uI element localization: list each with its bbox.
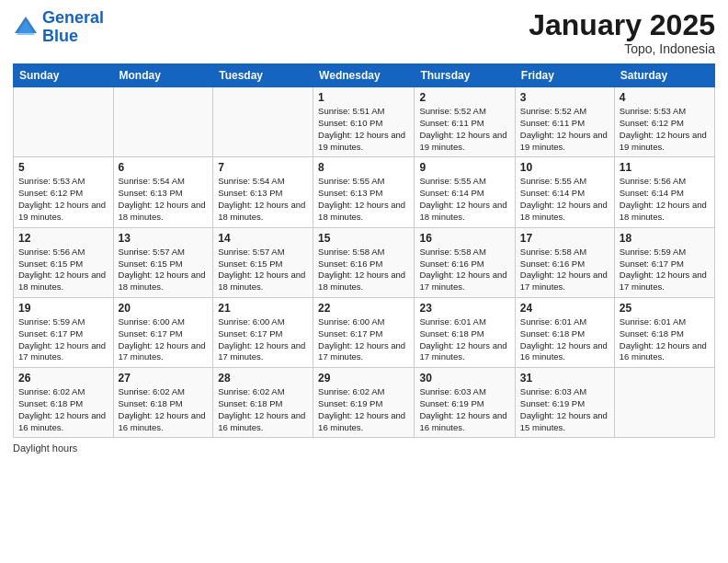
logo-text: General Blue <box>42 9 104 46</box>
calendar-header-row: SundayMondayTuesdayWednesdayThursdayFrid… <box>14 64 715 87</box>
day-detail: Sunrise: 5:58 AM Sunset: 6:16 PM Dayligh… <box>520 247 609 293</box>
day-detail: Sunrise: 6:03 AM Sunset: 6:19 PM Dayligh… <box>419 386 509 433</box>
day-number: 26 <box>18 372 108 385</box>
day-number: 28 <box>218 372 308 385</box>
calendar-cell: 19Sunrise: 5:59 AM Sunset: 6:17 PM Dayli… <box>14 297 114 367</box>
calendar-cell: 28Sunrise: 6:02 AM Sunset: 6:18 PM Dayli… <box>213 368 313 438</box>
calendar-cell: 23Sunrise: 6:01 AM Sunset: 6:18 PM Dayli… <box>415 297 515 367</box>
day-number: 14 <box>218 232 308 245</box>
day-number: 21 <box>218 302 308 315</box>
day-detail: Sunrise: 6:02 AM Sunset: 6:18 PM Dayligh… <box>218 386 308 433</box>
calendar-cell: 14Sunrise: 5:57 AM Sunset: 6:15 PM Dayli… <box>213 227 313 297</box>
day-number: 20 <box>119 302 209 315</box>
logo-line2: Blue <box>42 27 78 45</box>
calendar-cell: 13Sunrise: 5:57 AM Sunset: 6:15 PM Dayli… <box>113 227 213 297</box>
day-number: 10 <box>520 161 609 174</box>
calendar-cell: 2Sunrise: 5:52 AM Sunset: 6:11 PM Daylig… <box>415 87 515 157</box>
calendar-cell: 31Sunrise: 6:03 AM Sunset: 6:19 PM Dayli… <box>515 368 614 438</box>
day-number: 18 <box>620 232 710 245</box>
day-number: 24 <box>520 302 609 315</box>
calendar-cell <box>614 368 714 438</box>
day-number: 16 <box>419 232 509 245</box>
day-number: 15 <box>318 232 409 245</box>
day-detail: Sunrise: 5:57 AM Sunset: 6:15 PM Dayligh… <box>218 247 308 293</box>
day-detail: Sunrise: 5:55 AM Sunset: 6:14 PM Dayligh… <box>520 176 609 223</box>
calendar-day-header: Tuesday <box>213 64 313 87</box>
calendar-cell: 4Sunrise: 5:53 AM Sunset: 6:12 PM Daylig… <box>614 87 714 157</box>
day-detail: Sunrise: 6:02 AM Sunset: 6:18 PM Dayligh… <box>18 386 108 433</box>
header: General Blue January 2025 Topo, Indonesi… <box>13 9 715 56</box>
day-detail: Sunrise: 5:58 AM Sunset: 6:16 PM Dayligh… <box>318 247 409 293</box>
day-detail: Sunrise: 5:55 AM Sunset: 6:14 PM Dayligh… <box>419 176 509 223</box>
day-detail: Sunrise: 6:00 AM Sunset: 6:17 PM Dayligh… <box>119 316 209 363</box>
calendar-cell <box>113 87 213 157</box>
calendar-cell: 7Sunrise: 5:54 AM Sunset: 6:13 PM Daylig… <box>213 157 313 227</box>
day-detail: Sunrise: 5:57 AM Sunset: 6:15 PM Dayligh… <box>119 247 209 293</box>
day-number: 17 <box>520 232 609 245</box>
day-detail: Sunrise: 5:53 AM Sunset: 6:12 PM Dayligh… <box>18 176 108 223</box>
main-title: January 2025 <box>529 9 715 41</box>
day-detail: Sunrise: 6:01 AM Sunset: 6:18 PM Dayligh… <box>520 316 609 363</box>
subtitle: Topo, Indonesia <box>529 41 715 56</box>
day-detail: Sunrise: 5:59 AM Sunset: 6:17 PM Dayligh… <box>620 247 710 293</box>
day-detail: Sunrise: 5:51 AM Sunset: 6:10 PM Dayligh… <box>318 106 409 153</box>
calendar-cell: 6Sunrise: 5:54 AM Sunset: 6:13 PM Daylig… <box>113 157 213 227</box>
calendar-cell <box>14 87 114 157</box>
day-number: 27 <box>119 372 209 385</box>
day-number: 3 <box>520 91 609 104</box>
calendar-cell: 18Sunrise: 5:59 AM Sunset: 6:17 PM Dayli… <box>614 227 714 297</box>
calendar-day-header: Thursday <box>415 64 515 87</box>
day-detail: Sunrise: 6:01 AM Sunset: 6:18 PM Dayligh… <box>419 316 509 363</box>
calendar-week-row: 12Sunrise: 5:56 AM Sunset: 6:15 PM Dayli… <box>14 227 715 297</box>
day-number: 7 <box>218 161 308 174</box>
logo-line1: General <box>42 8 104 27</box>
footer-label: Daylight hours <box>13 442 77 454</box>
calendar-cell: 5Sunrise: 5:53 AM Sunset: 6:12 PM Daylig… <box>14 157 114 227</box>
calendar-cell: 24Sunrise: 6:01 AM Sunset: 6:18 PM Dayli… <box>515 297 614 367</box>
day-detail: Sunrise: 5:52 AM Sunset: 6:11 PM Dayligh… <box>520 106 609 153</box>
day-number: 11 <box>620 161 710 174</box>
calendar-cell: 12Sunrise: 5:56 AM Sunset: 6:15 PM Dayli… <box>14 227 114 297</box>
day-number: 22 <box>318 302 409 315</box>
day-number: 12 <box>18 232 108 245</box>
day-detail: Sunrise: 6:00 AM Sunset: 6:17 PM Dayligh… <box>218 316 308 363</box>
day-number: 13 <box>119 232 209 245</box>
calendar-table: SundayMondayTuesdayWednesdayThursdayFrid… <box>13 63 715 438</box>
day-detail: Sunrise: 5:54 AM Sunset: 6:13 PM Dayligh… <box>119 176 209 223</box>
day-detail: Sunrise: 5:55 AM Sunset: 6:13 PM Dayligh… <box>318 176 409 223</box>
calendar-cell: 3Sunrise: 5:52 AM Sunset: 6:11 PM Daylig… <box>515 87 614 157</box>
day-number: 5 <box>18 161 108 174</box>
day-detail: Sunrise: 5:56 AM Sunset: 6:14 PM Dayligh… <box>620 176 710 223</box>
calendar-cell: 29Sunrise: 6:02 AM Sunset: 6:19 PM Dayli… <box>313 368 415 438</box>
calendar-day-header: Sunday <box>14 64 114 87</box>
day-detail: Sunrise: 5:54 AM Sunset: 6:13 PM Dayligh… <box>218 176 308 223</box>
calendar-cell: 1Sunrise: 5:51 AM Sunset: 6:10 PM Daylig… <box>313 87 415 157</box>
calendar-day-header: Saturday <box>614 64 714 87</box>
calendar-cell: 26Sunrise: 6:02 AM Sunset: 6:18 PM Dayli… <box>14 368 114 438</box>
calendar-cell: 15Sunrise: 5:58 AM Sunset: 6:16 PM Dayli… <box>313 227 415 297</box>
day-number: 6 <box>119 161 209 174</box>
calendar-day-header: Friday <box>515 64 614 87</box>
calendar-cell: 11Sunrise: 5:56 AM Sunset: 6:14 PM Dayli… <box>614 157 714 227</box>
calendar-cell <box>213 87 313 157</box>
calendar-cell: 10Sunrise: 5:55 AM Sunset: 6:14 PM Dayli… <box>515 157 614 227</box>
calendar-cell: 27Sunrise: 6:02 AM Sunset: 6:18 PM Dayli… <box>113 368 213 438</box>
day-number: 2 <box>419 91 509 104</box>
logo-icon <box>13 15 39 40</box>
calendar-cell: 17Sunrise: 5:58 AM Sunset: 6:16 PM Dayli… <box>515 227 614 297</box>
calendar-body: 1Sunrise: 5:51 AM Sunset: 6:10 PM Daylig… <box>14 87 715 438</box>
calendar-week-row: 19Sunrise: 5:59 AM Sunset: 6:17 PM Dayli… <box>14 297 715 367</box>
calendar-cell: 30Sunrise: 6:03 AM Sunset: 6:19 PM Dayli… <box>415 368 515 438</box>
day-detail: Sunrise: 5:53 AM Sunset: 6:12 PM Dayligh… <box>620 106 710 153</box>
day-number: 30 <box>419 372 509 385</box>
day-detail: Sunrise: 6:03 AM Sunset: 6:19 PM Dayligh… <box>520 386 609 433</box>
day-detail: Sunrise: 6:00 AM Sunset: 6:17 PM Dayligh… <box>318 316 409 363</box>
day-detail: Sunrise: 5:56 AM Sunset: 6:15 PM Dayligh… <box>18 247 108 293</box>
day-number: 25 <box>620 302 710 315</box>
day-detail: Sunrise: 5:52 AM Sunset: 6:11 PM Dayligh… <box>419 106 509 153</box>
calendar-week-row: 26Sunrise: 6:02 AM Sunset: 6:18 PM Dayli… <box>14 368 715 438</box>
day-number: 23 <box>419 302 509 315</box>
title-block: January 2025 Topo, Indonesia <box>529 9 715 56</box>
day-number: 8 <box>318 161 409 174</box>
calendar-cell: 8Sunrise: 5:55 AM Sunset: 6:13 PM Daylig… <box>313 157 415 227</box>
